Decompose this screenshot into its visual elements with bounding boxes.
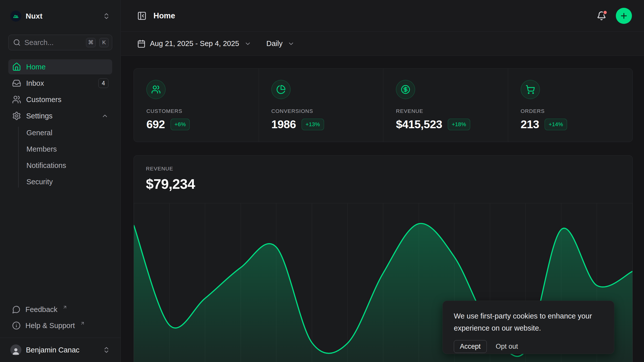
sidebar-item-label: Settings bbox=[26, 112, 53, 120]
stat-value: 1986 bbox=[271, 118, 296, 131]
plus-icon bbox=[620, 12, 628, 20]
sidebar-item-feedback[interactable]: Feedback bbox=[8, 302, 112, 316]
gear-icon bbox=[12, 111, 21, 120]
search-input[interactable] bbox=[24, 38, 82, 47]
trend-badge: +18% bbox=[448, 119, 470, 130]
workspace-switcher[interactable]: Nuxt bbox=[8, 10, 112, 22]
granularity-label: Daily bbox=[266, 39, 283, 48]
stat-label: ORDERS bbox=[521, 108, 623, 114]
avatar bbox=[10, 344, 21, 355]
sidebar-item-home[interactable]: Home bbox=[8, 59, 112, 74]
granularity-select[interactable]: Daily bbox=[266, 39, 295, 48]
revenue-chart-label: REVENUE bbox=[146, 166, 620, 172]
sidebar-item-inbox[interactable]: Inbox 4 bbox=[8, 76, 112, 91]
cookie-actions: Accept Opt out bbox=[454, 340, 603, 353]
date-range-label: Aug 21, 2025 - Sep 4, 2025 bbox=[150, 39, 239, 48]
kbd-k: K bbox=[99, 38, 109, 47]
chart-pie-icon bbox=[271, 80, 291, 99]
sidebar: Nuxt ⌘ K Home Inbox 4 Customers bbox=[0, 0, 121, 362]
stat-card-customers[interactable]: CUSTOMERS 692 +6% bbox=[134, 69, 259, 142]
header-actions bbox=[597, 8, 632, 24]
search-bar[interactable]: ⌘ K bbox=[8, 35, 112, 50]
page-header: Home bbox=[121, 0, 644, 32]
workspace-name: Nuxt bbox=[26, 12, 43, 20]
cookie-banner: We use first-party cookies to enhance yo… bbox=[442, 301, 614, 354]
notification-dot bbox=[603, 10, 608, 15]
sidebar-item-help-support[interactable]: Help & Support bbox=[8, 319, 112, 333]
sidebar-item-general[interactable]: General bbox=[26, 125, 112, 141]
sidebar-item-label: Customers bbox=[26, 96, 61, 104]
search-icon bbox=[13, 39, 21, 46]
shopping-cart-icon bbox=[521, 80, 540, 99]
external-link-icon bbox=[80, 321, 85, 326]
stat-value: $415,523 bbox=[396, 118, 442, 131]
inbox-icon bbox=[12, 79, 21, 88]
filters-toolbar: Aug 21, 2025 - Sep 4, 2025 Daily bbox=[121, 32, 644, 56]
stat-label: REVENUE bbox=[396, 108, 498, 114]
trend-badge: +14% bbox=[545, 119, 567, 130]
sidebar-item-label: Help & Support bbox=[25, 322, 75, 330]
date-range-picker[interactable]: Aug 21, 2025 - Sep 4, 2025 bbox=[137, 39, 251, 48]
chevron-down-icon bbox=[244, 40, 251, 47]
house-icon bbox=[12, 62, 21, 71]
add-button[interactable] bbox=[616, 8, 632, 24]
opt-out-button[interactable]: Opt out bbox=[496, 340, 518, 353]
user-menu[interactable]: Benjamin Canac bbox=[8, 338, 112, 362]
sidebar-item-label: Home bbox=[26, 63, 46, 71]
info-icon bbox=[12, 321, 21, 330]
users-icon bbox=[12, 95, 21, 104]
chevrons-up-down-icon bbox=[103, 12, 110, 20]
cookie-message: We use first-party cookies to enhance yo… bbox=[454, 310, 602, 334]
accept-button[interactable]: Accept bbox=[454, 340, 487, 353]
message-circle-icon bbox=[12, 305, 21, 314]
dashboard-app: Nuxt ⌘ K Home Inbox 4 Customers bbox=[0, 0, 644, 362]
sidebar-footer: Feedback Help & Support bbox=[8, 302, 112, 333]
revenue-chart-value: $79,234 bbox=[146, 176, 620, 192]
trend-badge: +6% bbox=[171, 119, 190, 130]
stat-label: CUSTOMERS bbox=[146, 108, 249, 114]
sidebar-item-customers[interactable]: Customers bbox=[8, 92, 112, 107]
chevron-down-icon bbox=[288, 40, 295, 47]
users-icon bbox=[146, 80, 166, 99]
chevron-up-icon bbox=[101, 112, 108, 119]
trend-badge: +13% bbox=[302, 119, 324, 130]
settings-subnav: General Members Notifications Security bbox=[18, 125, 112, 190]
calendar-icon bbox=[137, 39, 146, 48]
page-title: Home bbox=[153, 11, 175, 20]
stat-card-orders[interactable]: ORDERS 213 +14% bbox=[508, 69, 633, 142]
user-name: Benjamin Canac bbox=[26, 346, 79, 354]
collapse-sidebar-button[interactable] bbox=[137, 11, 147, 21]
stat-label: CONVERSIONS bbox=[271, 108, 373, 114]
sidebar-item-settings[interactable]: Settings bbox=[8, 108, 112, 123]
stat-card-revenue[interactable]: REVENUE $415,523 +18% bbox=[383, 69, 508, 142]
kbd-meta: ⌘ bbox=[86, 38, 96, 47]
stat-card-conversions[interactable]: CONVERSIONS 1986 +13% bbox=[259, 69, 383, 142]
stats-panel: CUSTOMERS 692 +6% CONVERSIONS 1986 +13% bbox=[134, 68, 633, 142]
sidebar-item-label: Feedback bbox=[25, 305, 57, 314]
sidebar-spacer bbox=[8, 190, 112, 302]
stat-value: 692 bbox=[146, 118, 165, 131]
chevrons-up-down-icon bbox=[103, 346, 110, 354]
circle-dollar-icon bbox=[396, 80, 415, 99]
sidebar-item-notifications[interactable]: Notifications bbox=[26, 157, 112, 174]
notifications-button[interactable] bbox=[597, 11, 606, 21]
inbox-count-badge: 4 bbox=[98, 78, 108, 88]
nuxt-logo-icon bbox=[10, 11, 21, 22]
sidebar-nav: Home Inbox 4 Customers Settings General bbox=[8, 59, 112, 190]
sidebar-item-members[interactable]: Members bbox=[26, 141, 112, 157]
external-link-icon bbox=[62, 305, 67, 310]
sidebar-item-label: Inbox bbox=[26, 79, 44, 87]
stat-value: 213 bbox=[521, 118, 539, 131]
sidebar-item-security[interactable]: Security bbox=[26, 174, 112, 190]
